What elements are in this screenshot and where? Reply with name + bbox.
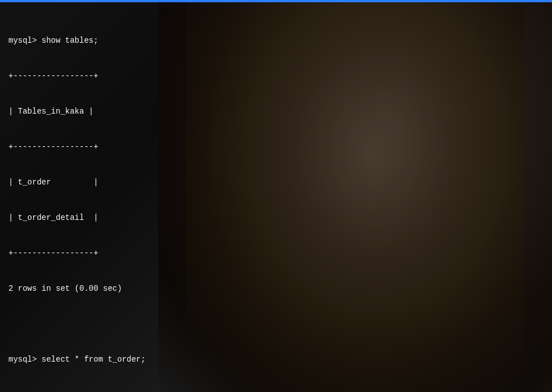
terminal-line-result1: 2 rows in set (0.00 sec): [8, 283, 357, 295]
terminal-window: mysql> show tables; +-----------------+ …: [0, 6, 366, 392]
terminal-line-cmd2: mysql> select * from t_order;: [8, 354, 357, 366]
terminal-line-header1: | Tables_in_kaka |: [8, 106, 357, 118]
terminal-line-sep2: +-----------------+: [8, 141, 357, 153]
terminal-line-sep4: +----------+---------+----------+-------…: [8, 389, 357, 392]
terminal-line-sep3: +-----------------+: [8, 247, 357, 259]
terminal-line-sep1: +-----------------+: [8, 70, 357, 82]
terminal-line-row2: | t_order_detail |: [8, 212, 357, 224]
terminal-line-blank1: [8, 318, 357, 330]
top-bar: [0, 0, 552, 2]
terminal-line-row1: | t_order |: [8, 177, 357, 188]
terminal-line-cmd1: mysql> show tables;: [8, 35, 357, 47]
